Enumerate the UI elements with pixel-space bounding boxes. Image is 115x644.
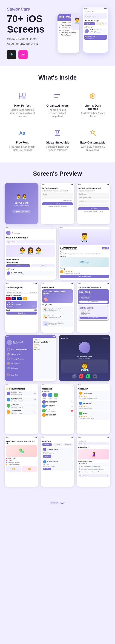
- sidebar-item-logout[interactable]: 🚪 Log Out: [7, 372, 31, 377]
- health-item-1: 🦠 Symptoms of Covid... Do an emergency t…: [42, 306, 73, 313]
- chat-item-4[interactable]: Dr. Adam Shaft See you next time 1d: [42, 413, 73, 417]
- doctor-item-3: Dr. Elizabeth Date & Time Mon, 16 Jul · …: [6, 403, 37, 408]
- chat-list: Dr. Paster Parker The Paster lorem... 2m…: [42, 400, 73, 417]
- status-bar-sidebar: 9:41●●●: [5, 335, 56, 338]
- signin-btn[interactable]: Sign in: [42, 202, 73, 205]
- search-input[interactable]: 🔍 Search Doctors: [6, 240, 55, 244]
- doctor-item-1: Dr. Paster Parker Date & Time Sat, 14 Ju…: [6, 391, 37, 396]
- screens-row-2: 9:41●●● 📍 Sylhet, BD How are you today? …: [5, 226, 110, 280]
- email-signup-input[interactable]: user@email.com: [78, 196, 109, 199]
- camera-btn[interactable]: 📷: [93, 374, 97, 378]
- chat-item-1[interactable]: Dr. Paster Parker The Paster lorem... 2m: [42, 400, 73, 404]
- feature-desc-0: Distance and measure using an even multi…: [9, 108, 35, 118]
- themes-icon: [87, 90, 98, 102]
- screen-pregnancy: 9:41●●● Account Info 🔍 Search Pregnancy …: [77, 436, 110, 487]
- action-buttons: Consult Explore: [6, 264, 55, 267]
- password-input[interactable]: ••••••••: [42, 196, 73, 199]
- send-btn[interactable]: ➤: [107, 474, 108, 476]
- answer-btn[interactable]: 📞: [86, 374, 90, 378]
- doctor-info: Dr. Paster Parker Physical Medicine Spec…: [59, 245, 110, 280]
- svg-rect-4: [23, 93, 25, 96]
- rating-badge: ⭐ 4.8: [102, 247, 109, 250]
- home-hero-content: 📍 Sylhet, BD How are you today? 🔍 Search…: [5, 229, 56, 277]
- feature-styleguide: Global Styleguide Consistent design with…: [42, 125, 73, 154]
- svg-rect-14: [58, 131, 59, 133]
- status-bar-home: 9:41●●●: [5, 226, 56, 229]
- sidebar-item-health[interactable]: 🔑 Health Keys: [7, 352, 31, 356]
- screens-row-1: 👨‍⚕️👩‍⚕️ Savior Care Your Health Partner…: [5, 183, 110, 224]
- account-search[interactable]: 🔍 Search: [78, 442, 109, 445]
- username-input[interactable]: username: [78, 200, 109, 203]
- sidebar-item-settings[interactable]: ⚙️ Settings: [7, 366, 31, 370]
- search-bar: 🔍 Search Doctors: [84, 13, 107, 19]
- watermark-site: gfxtra1.com: [5, 502, 110, 505]
- status-bar-doctor: 9:41●●●: [59, 226, 110, 229]
- book-btn-3[interactable]: Book: [34, 405, 36, 406]
- register-btn[interactable]: Register: [78, 207, 109, 210]
- screen-pricing: 9:41●●● Choose Your Best Plan! $30 / Wee…: [77, 282, 110, 333]
- phone-content: 📍 Sylhet, BD 🔍 Search Doctors How are yo…: [83, 10, 108, 41]
- screen-signup: 9:41●●● Let's Create a account! Hope you…: [77, 183, 110, 224]
- mute-btn[interactable]: 🎤: [72, 374, 77, 378]
- sidebar-item-nearby[interactable]: 📍 Nearby Doctors: [7, 356, 31, 361]
- reviews-content: All Review Paula Ahmed ★★★★★ Very profes…: [77, 386, 110, 422]
- choose-weekly-btn[interactable]: Choose This Plan: [79, 300, 108, 303]
- pregnancy-input-area: Ask a question... ➤: [78, 474, 109, 477]
- book-again-btn-2[interactable]: Book Again: [43, 468, 51, 470]
- choose-monthly-btn[interactable]: Choose This Plan: [80, 316, 107, 319]
- explore-btn[interactable]: Explore: [31, 264, 55, 267]
- book-again-btn[interactable]: Book Again: [43, 455, 51, 458]
- email-input[interactable]: Email: [42, 192, 73, 196]
- brand-name: Savior Care: [7, 7, 54, 12]
- consult-btn[interactable]: Consult: [6, 264, 30, 267]
- chat-item-2[interactable]: Dr. Will Smith The Will Smith... 5m: [42, 404, 73, 408]
- feature-title-2: Light & Dark Themes: [80, 104, 106, 110]
- sidebar-item-notifications[interactable]: 🔔 Notification: [7, 361, 31, 366]
- font-icon: Aa: [17, 127, 28, 139]
- book-btn-4[interactable]: Book: [34, 411, 36, 413]
- symptoms-list: Fever / Chill Cough Shortness of Breath …: [6, 458, 37, 465]
- status-bar-signin: 9:41●●●: [41, 183, 74, 186]
- pay-now-btn[interactable]: Pay Now: [6, 312, 37, 314]
- chat-item-3[interactable]: Dr. Elizabeth Thanks for asking... 2: [42, 409, 73, 412]
- forgot-password[interactable]: Forgot Password?: [42, 200, 73, 201]
- end-call-btn[interactable]: 📵: [79, 374, 83, 378]
- status-bar-schedule: 9:41●●●: [41, 436, 74, 439]
- screens-title: Screen's Preview: [5, 170, 110, 177]
- pass-signup-input[interactable]: ••••••••: [78, 204, 109, 206]
- screens-row-6: 9:41●●● Symptoms of Covid to watch out f…: [5, 436, 110, 487]
- screens-preview-section: Screen's Preview 👨‍⚕️👩‍⚕️ Savior Care Yo…: [0, 162, 115, 497]
- pixel-perfect-icon: [17, 90, 28, 102]
- section-title: What's Inside: [7, 74, 108, 81]
- q-item-1: 🔴 I'm pregnant!: [78, 462, 109, 465]
- tab-completed[interactable]: Completed: [63, 444, 73, 446]
- doctors-list: Dr. Paster Parker Date & Time Sat, 14 Ju…: [6, 391, 37, 415]
- book-btn-2[interactable]: Book: [34, 399, 36, 400]
- status-bar-popular: 9:41●●●: [5, 384, 38, 386]
- schedule-tabs: Upcoming Canceled Completed: [42, 444, 73, 446]
- user-profile: Sami Ahmad Patient: [7, 340, 31, 345]
- illustration: 👨‍⚕️👩‍⚕️👨‍⚕️: [6, 244, 55, 257]
- tab-upcoming[interactable]: Upcoming: [42, 444, 52, 446]
- book-btn-1[interactable]: Book: [34, 393, 36, 394]
- screen-health-feed: 9:41●●● Health Feed Take Care Of Your Me…: [41, 282, 74, 333]
- feature-themes: Light & Dark Themes Available in light &…: [77, 88, 108, 120]
- doctor-photo-area: 👨‍⚕️: [59, 229, 110, 245]
- screen-doctor-detail: 9:41●●● 👨‍⚕️ Dr. Paster Parker Physical …: [59, 226, 110, 280]
- q-item-3: ❓ When should I schedule my first appoin…: [78, 468, 109, 470]
- tab-canceled[interactable]: Canceled: [53, 444, 63, 446]
- feature-title-5: Easy Customizable: [80, 141, 106, 144]
- feature-desc-1: The file is named, grouped and well orga…: [44, 108, 70, 118]
- mood-row: 😊 Good 😐 Ok: [84, 22, 107, 25]
- card-options: MC V PP AM: [6, 297, 37, 300]
- sidebar-item-ask[interactable]: ❓ Ask Free Question: [7, 347, 31, 352]
- fullname-input[interactable]: Full Name: [78, 192, 109, 196]
- styleguide-icon: [52, 127, 63, 139]
- figma-icon: [7, 50, 16, 59]
- status-bar-chat: 9:41●●●: [41, 384, 74, 386]
- book-appointment-btn[interactable]: New Appointment: [60, 275, 109, 278]
- feature-title-3: Free Font: [9, 141, 35, 144]
- svg-rect-6: [23, 96, 25, 99]
- features-grid: Pixel Perfect Distance and measure using…: [7, 88, 108, 154]
- screen-signin: 9:41●●● Let's sign you in Welcome back, …: [41, 183, 74, 224]
